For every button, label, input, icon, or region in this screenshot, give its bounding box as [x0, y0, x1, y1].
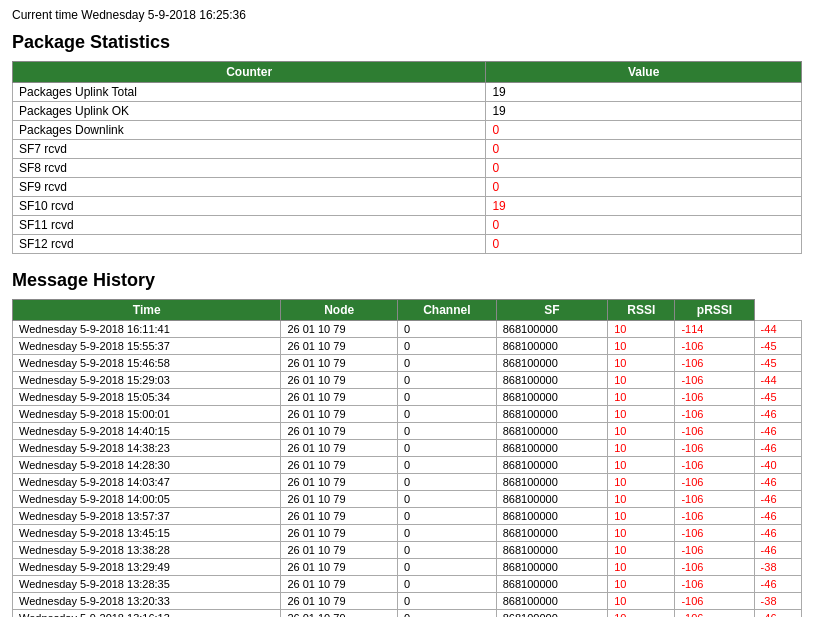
- msg-node-cell: 26 01 10 79: [281, 474, 398, 491]
- table-row: Wednesday 5-9-2018 14:00:0526 01 10 7908…: [13, 491, 802, 508]
- msg-time-cell: Wednesday 5-9-2018 15:29:03: [13, 372, 281, 389]
- table-row: Wednesday 5-9-2018 13:28:3526 01 10 7908…: [13, 576, 802, 593]
- msg-node-cell: 26 01 10 79: [281, 610, 398, 618]
- msg-node-cell: 26 01 10 79: [281, 593, 398, 610]
- msg-channel-cell: 868100000: [496, 457, 607, 474]
- stats-value-cell: 0: [486, 140, 802, 159]
- msg-time-cell: Wednesday 5-9-2018 13:57:37: [13, 508, 281, 525]
- table-row: Wednesday 5-9-2018 13:57:3726 01 10 7908…: [13, 508, 802, 525]
- message-history-table: Time Node Channel SF RSSI pRSSI Wednesda…: [12, 299, 802, 617]
- msg-rssi-cell: -106: [675, 406, 754, 423]
- current-time: Current time Wednesday 5-9-2018 16:25:36: [12, 8, 802, 22]
- table-row: SF12 rcvd0: [13, 235, 802, 254]
- msg-channel-cell: 868100000: [496, 423, 607, 440]
- msg-channel-cell: 868100000: [496, 559, 607, 576]
- msg-time-cell: Wednesday 5-9-2018 14:38:23: [13, 440, 281, 457]
- msg-rssi-cell: -106: [675, 355, 754, 372]
- msg-channel-num-cell: 0: [397, 491, 496, 508]
- table-row: SF11 rcvd0: [13, 216, 802, 235]
- msg-sf-cell: 10: [608, 389, 675, 406]
- msg-prssi-cell: -46: [754, 525, 801, 542]
- stats-value-cell: 0: [486, 121, 802, 140]
- msg-sf-cell: 10: [608, 338, 675, 355]
- msg-sf-cell: 10: [608, 610, 675, 618]
- table-row: Wednesday 5-9-2018 15:00:0126 01 10 7908…: [13, 406, 802, 423]
- msg-prssi-cell: -44: [754, 321, 801, 338]
- msg-col-time: Time: [13, 300, 281, 321]
- table-row: SF7 rcvd0: [13, 140, 802, 159]
- msg-rssi-cell: -106: [675, 457, 754, 474]
- msg-rssi-cell: -106: [675, 593, 754, 610]
- msg-channel-num-cell: 0: [397, 559, 496, 576]
- table-row: Wednesday 5-9-2018 13:20:3326 01 10 7908…: [13, 593, 802, 610]
- msg-prssi-cell: -45: [754, 389, 801, 406]
- msg-channel-num-cell: 0: [397, 542, 496, 559]
- table-row: Wednesday 5-9-2018 14:40:1526 01 10 7908…: [13, 423, 802, 440]
- table-row: Wednesday 5-9-2018 15:55:3726 01 10 7908…: [13, 338, 802, 355]
- msg-time-cell: Wednesday 5-9-2018 15:00:01: [13, 406, 281, 423]
- msg-node-cell: 26 01 10 79: [281, 372, 398, 389]
- msg-node-cell: 26 01 10 79: [281, 423, 398, 440]
- msg-channel-num-cell: 0: [397, 355, 496, 372]
- msg-channel-num-cell: 0: [397, 576, 496, 593]
- table-row: Wednesday 5-9-2018 13:45:1526 01 10 7908…: [13, 525, 802, 542]
- stats-counter-cell: SF10 rcvd: [13, 197, 486, 216]
- message-history-title: Message History: [12, 270, 802, 291]
- table-row: Wednesday 5-9-2018 15:29:0326 01 10 7908…: [13, 372, 802, 389]
- msg-channel-num-cell: 0: [397, 593, 496, 610]
- stats-value-cell: 0: [486, 216, 802, 235]
- msg-sf-cell: 10: [608, 440, 675, 457]
- msg-channel-cell: 868100000: [496, 474, 607, 491]
- msg-rssi-cell: -106: [675, 525, 754, 542]
- msg-channel-cell: 868100000: [496, 610, 607, 618]
- msg-channel-num-cell: 0: [397, 525, 496, 542]
- msg-sf-cell: 10: [608, 525, 675, 542]
- stats-counter-cell: SF9 rcvd: [13, 178, 486, 197]
- msg-sf-cell: 10: [608, 406, 675, 423]
- msg-rssi-cell: -106: [675, 423, 754, 440]
- msg-node-cell: 26 01 10 79: [281, 508, 398, 525]
- msg-channel-num-cell: 0: [397, 508, 496, 525]
- msg-channel-cell: 868100000: [496, 491, 607, 508]
- msg-rssi-cell: -114: [675, 321, 754, 338]
- table-row: Packages Uplink OK19: [13, 102, 802, 121]
- msg-channel-num-cell: 0: [397, 389, 496, 406]
- stats-counter-cell: Packages Uplink OK: [13, 102, 486, 121]
- stats-col-value: Value: [486, 62, 802, 83]
- msg-rssi-cell: -106: [675, 559, 754, 576]
- msg-prssi-cell: -38: [754, 593, 801, 610]
- msg-node-cell: 26 01 10 79: [281, 559, 398, 576]
- msg-rssi-cell: -106: [675, 508, 754, 525]
- msg-time-cell: Wednesday 5-9-2018 14:40:15: [13, 423, 281, 440]
- msg-node-cell: 26 01 10 79: [281, 389, 398, 406]
- msg-time-cell: Wednesday 5-9-2018 13:45:15: [13, 525, 281, 542]
- msg-col-rssi: RSSI: [608, 300, 675, 321]
- msg-channel-num-cell: 0: [397, 406, 496, 423]
- stats-value-cell: 0: [486, 159, 802, 178]
- msg-prssi-cell: -46: [754, 423, 801, 440]
- msg-rssi-cell: -106: [675, 491, 754, 508]
- msg-channel-cell: 868100000: [496, 372, 607, 389]
- msg-rssi-cell: -106: [675, 542, 754, 559]
- table-row: Wednesday 5-9-2018 13:16:1326 01 10 7908…: [13, 610, 802, 618]
- table-row: Packages Uplink Total19: [13, 83, 802, 102]
- msg-channel-cell: 868100000: [496, 508, 607, 525]
- table-row: SF10 rcvd19: [13, 197, 802, 216]
- msg-node-cell: 26 01 10 79: [281, 525, 398, 542]
- stats-counter-cell: SF7 rcvd: [13, 140, 486, 159]
- msg-sf-cell: 10: [608, 355, 675, 372]
- msg-sf-cell: 10: [608, 457, 675, 474]
- msg-col-prssi: pRSSI: [675, 300, 754, 321]
- msg-time-cell: Wednesday 5-9-2018 13:29:49: [13, 559, 281, 576]
- msg-prssi-cell: -44: [754, 372, 801, 389]
- table-row: Wednesday 5-9-2018 13:38:2826 01 10 7908…: [13, 542, 802, 559]
- msg-node-cell: 26 01 10 79: [281, 355, 398, 372]
- msg-sf-cell: 10: [608, 423, 675, 440]
- msg-node-cell: 26 01 10 79: [281, 542, 398, 559]
- msg-channel-cell: 868100000: [496, 355, 607, 372]
- msg-time-cell: Wednesday 5-9-2018 13:38:28: [13, 542, 281, 559]
- stats-value-cell: 19: [486, 83, 802, 102]
- msg-prssi-cell: -46: [754, 406, 801, 423]
- msg-channel-num-cell: 0: [397, 321, 496, 338]
- msg-rssi-cell: -106: [675, 372, 754, 389]
